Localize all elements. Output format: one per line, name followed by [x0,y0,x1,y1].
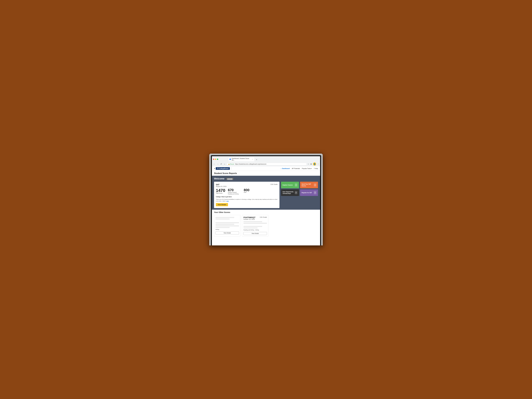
tab-bar: Dashboard | Student Score Re... × + [227,157,259,161]
register-sat-arrow: > [314,191,317,194]
close-traffic-light[interactable] [213,158,214,160]
cb-logo-text: CollegeBoard [219,168,228,169]
cb-header: ▾ 🛡 CollegeBoard ⌂ Dashboard AP Potentia… [212,166,320,171]
scores-row: 1470 Total Score 670 Evidence-Based Read… [216,188,278,195]
total-score-value: 1470 [216,188,225,192]
refresh-button[interactable]: ↺ [220,163,222,165]
nav-links: ⌂ Dashboard AP Potential Popular Tools ▾… [281,168,318,169]
register-sat-label: Register for SAT [302,192,314,194]
view-details-button[interactable]: View Details [216,203,228,206]
menu-icon[interactable]: ⋮ [317,163,319,165]
explore-careers-label: Explore Careers [283,184,295,186]
page-title: Student Score Reports [214,172,237,174]
welcome-name-blurred: ▓▓▓▓▓ [226,178,234,180]
writing-label-2: Writing [255,229,259,231]
nav-ap-potential[interactable]: AP Potential [292,168,300,169]
tab-close-button[interactable]: × [252,158,253,160]
reading-score-value: 670 [228,188,241,192]
sat-test-date: August 24, 2019 [216,186,226,187]
extensions-icon: ⊞ [310,163,312,165]
action-cards: Explore Careers > Send Your SAT Scores >… [281,182,318,196]
psat-card-header: PSAT/NMSQT October 10, 2018 11th Grade [243,216,267,220]
total-score-block: 1470 Total Score [216,188,225,195]
score-card-labels-psat: Reading and Writing Writing [243,229,267,231]
blurred-title-1 [215,217,234,218]
url-text: https://studentscores.collegeboard.org/v… [235,163,266,165]
welcome-heading: Welcome ▓▓▓▓▓ [214,177,318,180]
dashboard-home-icon: ⌂ [281,168,282,169]
browser-chrome: Dashboard | Student Score Re... × + ← → … [212,156,320,166]
cb-logo: 🛡 CollegeBoard [216,167,230,170]
psat-title-date: PSAT/NMSQT October 10, 2018 [243,216,255,220]
view-details-button-1[interactable]: View Details [215,231,239,234]
maximize-traffic-light[interactable] [217,158,218,160]
earn-scholarships-card[interactable]: Earn Opportunity Scholarships > [281,189,299,196]
explore-careers-arrow: > [295,184,298,187]
new-tab-button[interactable]: + [255,158,258,161]
psat-test-date: October 10, 2018 [243,219,255,220]
other-scores-grid: Writing View Details PSAT/NMSQT October … [214,215,318,236]
blurred-score-3 [215,225,239,226]
sat-test-name: SAT [216,184,226,186]
other-score-card-1: Writing View Details [214,215,241,236]
sat-card-header: SAT August 24, 2019 11th Grade [216,184,278,187]
title-bar: Dashboard | Student Score Re... × + [212,156,320,162]
page-content: ▾ 🛡 CollegeBoard ⌂ Dashboard AP Potentia… [212,166,320,245]
college-tip-title: College: How to get there [216,196,278,197]
psat-blurred-2 [243,223,267,224]
college-tip-text: There are a lot of great possibilities t… [216,199,278,202]
active-tab[interactable]: Dashboard | Student Score Re... × [228,157,255,161]
reading-score-block: 670 Evidence-Based Reading and Writing [228,188,241,195]
earn-scholarships-label: Earn Opportunity Scholarships [283,191,295,194]
nav-popular-tools[interactable]: Popular Tools ▾ [302,168,312,169]
sat-grade: 11th Grade [270,184,278,185]
browser-toolbar: ← → ↺ ⌂ 🔒 Secure https://studentscores.c… [212,162,320,166]
sat-score-card: SAT August 24, 2019 11th Grade 1470 Tota… [214,182,279,208]
page-header: Student Score Reports [212,171,320,176]
reading-score-label: Evidence-Based Reading and Writing [228,192,241,195]
back-button[interactable]: ← [213,163,215,165]
home-button[interactable]: ⌂ [223,163,226,165]
browser-window: Dashboard | Student Score Re... × + ← → … [212,156,320,245]
nav-dashboard[interactable]: ⌂ Dashboard [281,168,290,169]
tab-title: Dashboard | Student Score Re... [232,158,251,161]
psat-test-name: PSAT/NMSQT [243,216,255,219]
blurred-date-1 [215,219,230,220]
address-bar[interactable]: 🔒 Secure https://studentscores.collegebo… [227,163,307,165]
other-score-card-psat: PSAT/NMSQT October 10, 2018 11th Grade [242,215,268,236]
cb-shield-icon: 🛡 [217,168,219,169]
profile-avatar[interactable]: 👤 [313,162,316,166]
cb-logo-area: ▾ 🛡 CollegeBoard [214,167,232,170]
psat-grade: 11th Grade [260,216,267,218]
math-score-value: 800 [244,188,249,192]
send-sat-scores-arrow: > [314,184,317,187]
psat-blurred-1 [243,221,262,222]
bookmark-icon[interactable]: ☆ [308,163,309,165]
dropdown-chevron-icon: ▾ [311,168,312,169]
toolbar-actions: ☆ ⊞ 👤 ⋮ [308,162,319,166]
psat-blurred-3 [243,226,262,227]
minimize-traffic-light[interactable] [215,158,216,160]
tab-favicon [229,158,231,160]
main-content-area: Welcome ▓▓▓▓▓ SAT August 24, 2019 11t [212,176,320,210]
other-scores-title: Your Other Scores [214,211,318,213]
cb-menu-chevron[interactable]: ▾ [214,167,215,170]
register-sat-card[interactable]: Register for SAT > [300,189,318,196]
traffic-lights [213,158,218,160]
scores-container: SAT August 24, 2019 11th Grade 1470 Tota… [214,182,318,208]
send-sat-scores-label: Send Your SAT Scores [302,183,314,187]
nav-help[interactable]: ? Help [314,168,318,169]
math-score-block: 800 Math [244,188,249,195]
college-tip-link[interactable]: plan [227,200,229,202]
earn-scholarships-arrow: > [295,191,298,194]
score-card-labels-1: Writing [215,229,239,230]
send-sat-scores-card[interactable]: Send Your SAT Scores > [300,182,318,188]
blurred-score-1 [215,222,239,223]
writing-label-1: Writing [215,229,219,230]
reading-writing-label: Reading and Writing [243,229,254,231]
explore-careers-card[interactable]: Explore Careers > [281,182,299,188]
laptop-frame: Dashboard | Student Score Re... × + ← → … [209,154,323,245]
screen-bezel: Dashboard | Student Score Re... × + ← → … [211,155,321,245]
view-details-button-psat[interactable]: View Details [243,232,267,235]
forward-button[interactable]: → [216,163,219,165]
